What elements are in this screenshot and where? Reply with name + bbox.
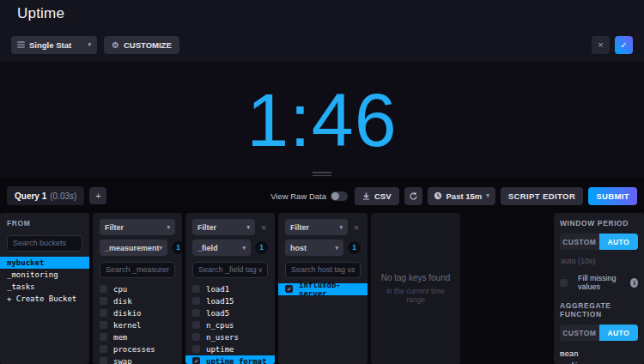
tag-key-label: host	[290, 244, 307, 252]
function-panel: WINDOW PERIOD CUSTOM AUTO auto (10s) Fil…	[554, 213, 644, 364]
check-icon: ✓	[620, 40, 627, 50]
view-type-dropdown[interactable]: Single Stat ▾	[11, 36, 97, 54]
tag-value-item[interactable]: cpu	[93, 283, 182, 295]
query-toolbar-right: View Raw Data CSV Past 15m ▾ SCRIPT EDIT…	[270, 187, 637, 205]
checkbox-icon	[100, 285, 107, 293]
bucket-item[interactable]: + Create Bucket	[0, 293, 89, 305]
titlebar: Uptime	[0, 0, 644, 27]
info-icon: i	[630, 278, 638, 288]
query-tab-name: Query 1	[15, 191, 46, 201]
plus-icon: +	[95, 191, 100, 201]
checkbox-icon	[192, 285, 200, 293]
csv-button[interactable]: CSV	[355, 187, 399, 205]
bucket-item[interactable]: _monitoring	[0, 269, 89, 281]
time-range-dropdown[interactable]: Past 15m ▾	[428, 187, 495, 205]
tag-value-label: kernel	[113, 321, 142, 330]
checkbox-icon	[100, 297, 107, 305]
script-editor-button[interactable]: SCRIPT EDITOR	[501, 187, 583, 205]
tag-value-label: uptime	[206, 345, 234, 354]
fill-missing-checkbox[interactable]	[560, 279, 568, 287]
submit-button[interactable]: SUBMIT	[588, 187, 637, 205]
tag-value-item[interactable]: diskio	[93, 307, 182, 319]
function-item[interactable]: median	[554, 360, 644, 364]
tag-value-label: processes	[113, 345, 155, 354]
selected-count-badge: 1	[172, 241, 182, 254]
checkbox-icon	[192, 297, 200, 305]
tag-value-list: cpu disk diskio kernel	[93, 283, 182, 364]
tag-value-item[interactable]: disk	[93, 295, 182, 307]
chevron-down-icon: ▾	[486, 192, 489, 199]
tag-value-label: influxdb-server	[299, 281, 361, 298]
remove-filter-icon[interactable]: ×	[352, 222, 361, 233]
tag-value-item[interactable]: uptime	[185, 343, 275, 355]
query-tab-duration: (0.03s)	[50, 191, 76, 201]
query-tab[interactable]: Query 1 (0.03s)	[7, 186, 84, 205]
chevron-down-icon: ▾	[160, 245, 163, 252]
tag-key-dropdown[interactable]: host ▾	[285, 240, 343, 256]
aggregate-mode-toggle: CUSTOM AUTO	[560, 325, 638, 341]
tag-value-item[interactable]: mem	[93, 331, 182, 343]
tag-value-label: disk	[113, 297, 132, 306]
bucket-item[interactable]: mybucket	[0, 257, 89, 269]
empty-state-title: No tag keys found	[381, 273, 451, 282]
bucket-label: + Create Bucket	[7, 294, 76, 303]
single-stat-value: 1:46	[246, 82, 397, 158]
measurement-search-input[interactable]	[100, 262, 175, 278]
bucket-search-input[interactable]	[7, 235, 82, 252]
remove-filter-icon[interactable]: ×	[259, 222, 268, 233]
bucket-label: _tasks	[7, 282, 35, 291]
filter-type-dropdown[interactable]: Filter ▾	[192, 219, 255, 235]
checkbox-icon	[192, 357, 200, 364]
bucket-item[interactable]: _tasks	[0, 281, 89, 293]
tag-value-item[interactable]: load15	[185, 295, 275, 307]
filter-panel-measurement: Filter ▾ _measurement ▾ 1 cpu	[93, 213, 182, 364]
tag-value-item[interactable]: n_users	[185, 331, 275, 343]
filter-type-dropdown[interactable]: Filter ▾	[100, 219, 175, 235]
tag-value-label: uptime_format	[206, 357, 266, 364]
tag-value-label: load5	[206, 309, 229, 318]
builder-spacer	[464, 213, 550, 364]
view-raw-data-label: View Raw Data	[270, 191, 326, 201]
resize-handle[interactable]	[313, 172, 331, 176]
function-label: mean	[560, 349, 579, 358]
save-cell-button[interactable]: ✓	[615, 36, 633, 54]
script-editor-label: SCRIPT EDITOR	[508, 191, 575, 201]
tag-value-list: load1 load15 load5 n_cpus	[185, 283, 275, 364]
empty-tag-panel: No tag keys found in the current time ra…	[371, 213, 460, 364]
filter-panel-field: Filter ▾ × _field ▾ 1 load1	[185, 213, 275, 364]
customize-button[interactable]: ⚙ CUSTOMIZE	[104, 36, 179, 54]
host-search-input[interactable]	[285, 262, 361, 278]
checkbox-icon	[192, 345, 200, 353]
tag-value-item[interactable]: load5	[185, 307, 275, 319]
checkbox-icon	[100, 345, 107, 353]
filter-type-dropdown[interactable]: Filter ▾	[285, 219, 348, 235]
tag-key-dropdown[interactable]: _measurement ▾	[100, 240, 167, 256]
editor-actions: × ✓	[592, 36, 633, 54]
refresh-button[interactable]	[404, 187, 422, 205]
tag-value-item[interactable]: influxdb-server	[278, 283, 368, 295]
add-query-button[interactable]: +	[89, 187, 106, 204]
tag-value-item[interactable]: n_cpus	[185, 319, 275, 331]
cancel-button[interactable]: ×	[592, 36, 610, 54]
checkbox-icon	[192, 321, 200, 329]
filter-title: Filter	[105, 223, 124, 232]
checkbox-icon	[100, 309, 107, 317]
tag-value-item[interactable]: swap	[93, 355, 182, 364]
field-search-input[interactable]	[192, 262, 268, 278]
window-custom-button[interactable]: CUSTOM	[560, 234, 599, 250]
aggregate-custom-button[interactable]: CUSTOM	[560, 325, 599, 341]
tag-value-item[interactable]: load1	[185, 283, 275, 295]
checkbox-icon	[192, 309, 200, 317]
view-raw-data-toggle[interactable]	[331, 191, 348, 201]
function-list: mean median last	[554, 348, 644, 364]
tag-value-item[interactable]: kernel	[93, 319, 182, 331]
empty-state-subtitle: in the current time range	[378, 287, 453, 304]
filter-title: Filter	[197, 223, 216, 232]
tag-value-item[interactable]: processes	[93, 343, 182, 355]
window-auto-button[interactable]: AUTO	[599, 234, 639, 250]
function-item[interactable]: mean	[554, 348, 644, 360]
fill-missing-label: Fill missing values	[578, 274, 626, 291]
tag-value-item[interactable]: uptime_format	[185, 355, 275, 364]
aggregate-auto-button[interactable]: AUTO	[599, 325, 639, 341]
tag-key-dropdown[interactable]: _field ▾	[192, 240, 251, 256]
